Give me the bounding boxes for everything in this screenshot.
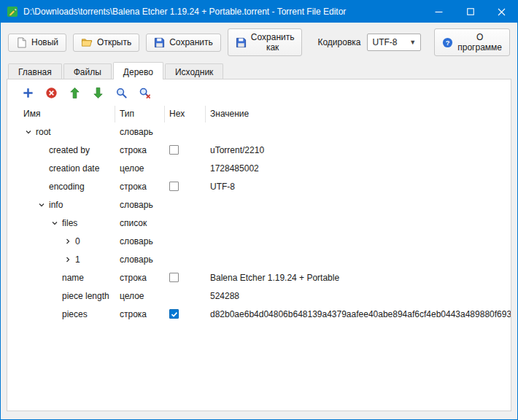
tree-row[interactable]: piece lengthцелое524288 [7,287,511,305]
tree-row[interactable]: encodingстрокаUTF-8 [7,177,511,195]
tree-row[interactable]: piecesстрокаd82b0ae6b4d04806b648139a4379… [7,305,511,323]
window-controls [423,1,517,23]
node-value: uTorrent/2210 [206,145,511,155]
move-up-button[interactable] [69,87,81,99]
node-name: piece length [62,291,109,301]
hex-checkbox[interactable] [169,273,179,282]
chevron-right-icon[interactable] [64,238,75,245]
node-value: d82b0ae6b4d04806b648139a4379aafee40abe89… [206,309,511,319]
minimize-button[interactable] [423,1,455,23]
node-value: 524288 [206,291,511,301]
tree-row[interactable]: filesсписок [7,214,511,232]
hex-cell [165,273,206,282]
column-header-value: Значение [206,106,511,122]
node-name: root [36,127,51,137]
tab-files[interactable]: Файлы [63,63,112,79]
new-button-label: Новый [31,37,58,47]
tree-row[interactable]: 1словарь [7,250,511,268]
node-name: 1 [75,254,80,265]
node-name: creation date [49,163,99,174]
tab-tree[interactable]: Дерево [113,62,163,79]
open-folder-icon [81,37,93,48]
tree-row[interactable]: rootсловарь [7,122,511,141]
node-name: encoding [49,182,85,192]
new-document-icon [16,37,27,48]
node-type: строка [115,182,165,192]
tree-row[interactable]: nameстрокаBalena Etcher 1.19.24 + Portab… [7,268,511,287]
hex-checkbox[interactable] [169,182,179,191]
chevron-down-icon: ▼ [409,39,416,46]
titlebar: D:\Downloads\torrents\Balena Etcher 1.19… [1,1,517,23]
move-down-button[interactable] [92,87,104,99]
node-type: строка [115,309,165,319]
node-type: строка [115,273,165,283]
save-button[interactable]: Сохранить [146,34,221,52]
node-name: files [62,218,77,228]
node-type: словарь [115,236,165,246]
node-type: список [115,218,165,228]
tab-source[interactable]: Исходник [165,63,223,79]
tree-row[interactable]: creation dateцелое1728485002 [7,159,511,177]
node-type: целое [115,291,165,301]
encoding-label: Кодировка [317,37,360,47]
encoding-select[interactable]: UTF-8 ▼ [367,34,421,51]
tree-toolbar [7,79,511,106]
node-value: UTF-8 [206,182,511,192]
app-window: D:\Downloads\torrents\Balena Etcher 1.19… [0,0,518,420]
chevron-down-icon[interactable] [38,201,49,209]
window-title: D:\Downloads\torrents\Balena Etcher 1.19… [23,7,423,17]
column-header-hex: Hex [165,106,206,122]
chevron-down-icon[interactable] [51,219,62,227]
search-icon [115,87,128,99]
remove-item-button[interactable] [45,87,58,99]
hex-cell [165,182,206,191]
tab-bar: ГлавнаяФайлыДеревоИсходник [1,61,517,79]
minimize-icon [435,8,443,16]
tree-row[interactable]: created byстрокаuTorrent/2210 [7,141,511,159]
toolbar: Новый Открыть Сохранить Сохранить как Ко… [1,23,517,61]
node-type: словарь [115,200,165,210]
tab-main[interactable]: Главная [8,63,62,79]
chevron-down-icon[interactable] [25,128,36,136]
plus-icon [22,87,34,99]
svg-text:?: ? [446,39,450,46]
about-button[interactable]: ? О программе [434,28,510,56]
hex-cell [165,145,206,155]
close-button[interactable] [486,1,517,23]
app-icon [7,6,18,18]
open-button[interactable]: Открыть [73,34,139,52]
save-as-button[interactable]: Сохранить как [228,28,303,56]
help-icon: ? [442,37,453,48]
node-name: created by [49,145,90,155]
add-item-button[interactable] [22,87,34,99]
node-type: словарь [115,254,165,265]
column-header-type: Тип [115,106,165,122]
node-name: pieces [62,309,88,319]
close-icon [498,8,506,16]
search-button[interactable] [115,87,128,99]
tree-row[interactable]: infoсловарь [7,195,511,214]
new-button[interactable]: Новый [8,34,66,52]
node-name: 0 [75,236,80,246]
remove-icon [45,87,58,99]
arrow-down-icon [92,87,104,99]
search-clear-button[interactable] [139,87,151,99]
tree-row[interactable]: 0словарь [7,232,511,250]
save-button-label: Сохранить [169,37,213,47]
maximize-icon [467,8,474,15]
node-value: 1728485002 [206,163,511,174]
node-name: info [49,200,63,210]
chevron-right-icon[interactable] [64,256,75,263]
save-as-icon [236,37,247,48]
hex-checkbox[interactable] [169,145,179,155]
node-value: Balena Etcher 1.19.24 + Portable [206,273,511,283]
hex-cell [165,309,206,319]
tree-header: Имя Тип Hex Значение [7,106,511,122]
column-header-name: Имя [7,106,115,122]
hex-checkbox-checked[interactable] [169,309,179,319]
open-button-label: Открыть [97,37,131,47]
node-type: строка [115,145,165,155]
maximize-button[interactable] [455,1,486,23]
save-icon [154,37,165,48]
node-type: словарь [115,127,165,137]
